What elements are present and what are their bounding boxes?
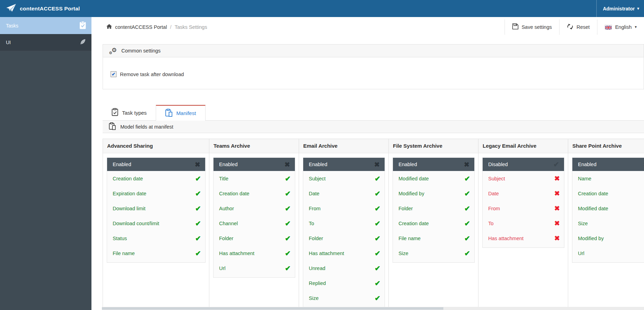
field-row-size[interactable]: Size✔ xyxy=(572,216,644,231)
field-row-url[interactable]: Url✔ xyxy=(214,261,295,276)
field-row-title[interactable]: Title✔ xyxy=(214,171,295,186)
field-row-subject[interactable]: Subject✖ xyxy=(483,171,564,186)
field-row-expiration-date[interactable]: Expiration date✔ xyxy=(107,186,205,201)
cross-icon[interactable]: ✖ xyxy=(464,161,469,168)
field-row-modified-by[interactable]: Modified by✔ xyxy=(572,231,644,246)
field-row-size[interactable]: Size✔ xyxy=(303,291,385,305)
check-icon[interactable]: ✔ xyxy=(285,234,291,243)
check-icon[interactable]: ✔ xyxy=(375,294,380,302)
field-row-replied[interactable]: Replied✔ xyxy=(303,276,385,291)
check-icon[interactable]: ✔ xyxy=(285,249,291,258)
cross-icon[interactable]: ✖ xyxy=(554,174,560,182)
field-row-date[interactable]: Date✔ xyxy=(303,186,385,201)
field-row-creation-date[interactable]: Creation date✔ xyxy=(107,171,205,186)
field-row-subject[interactable]: Subject✔ xyxy=(303,171,385,186)
check-icon[interactable]: ✔ xyxy=(195,174,201,183)
check-icon[interactable]: ✔ xyxy=(553,161,559,168)
field-row-has-attachment[interactable]: Has attachment✖ xyxy=(483,231,564,246)
field-label: Size xyxy=(578,221,588,226)
sidebar-item-tasks[interactable]: Tasks xyxy=(0,17,91,34)
state-toggle-header[interactable]: Enabled✖ xyxy=(303,158,385,171)
user-menu-administrator[interactable]: Administrator ▾ xyxy=(596,0,644,17)
breadcrumb-root-link[interactable]: contentACCESS Portal xyxy=(115,24,167,30)
check-icon[interactable]: ✔ xyxy=(195,234,201,243)
check-icon[interactable]: ✔ xyxy=(375,249,380,258)
check-icon[interactable]: ✔ xyxy=(375,264,380,272)
field-row-download-count-limit[interactable]: Download count/limit✔ xyxy=(107,216,205,231)
check-icon[interactable]: ✔ xyxy=(464,189,470,198)
field-row-from[interactable]: From✔ xyxy=(303,201,385,216)
field-row-folder[interactable]: Folder✔ xyxy=(393,201,474,216)
state-toggle-header[interactable]: Enabled✖ xyxy=(107,158,205,171)
state-toggle-header[interactable]: Enabled✖ xyxy=(572,158,644,171)
tab-label: Manifest xyxy=(176,110,196,116)
cross-icon[interactable]: ✖ xyxy=(195,161,200,168)
check-icon[interactable]: ✔ xyxy=(195,189,201,198)
remove-task-checkbox-row[interactable]: ✔ Remove task after download xyxy=(111,71,644,77)
field-row-creation-date[interactable]: Creation date✔ xyxy=(393,216,474,231)
field-row-has-attachment[interactable]: Has attachment✔ xyxy=(303,246,385,261)
field-row-folder[interactable]: Folder✔ xyxy=(214,231,295,246)
check-icon[interactable]: ✔ xyxy=(464,249,470,258)
language-selector[interactable]: English ▾ xyxy=(597,19,644,35)
field-row-author[interactable]: Author✔ xyxy=(214,201,295,216)
field-row-download-limit[interactable]: Download limit✔ xyxy=(107,201,205,216)
field-row-modified-by[interactable]: Modified by✔ xyxy=(393,186,474,201)
check-icon[interactable]: ✔ xyxy=(195,204,201,213)
check-icon[interactable]: ✔ xyxy=(375,189,380,198)
field-row-creation-date[interactable]: Creation date✔ xyxy=(214,186,295,201)
check-icon[interactable]: ✔ xyxy=(285,204,291,213)
field-row-creation-date[interactable]: Creation date✔ xyxy=(572,186,644,201)
field-row-size[interactable]: Size✔ xyxy=(393,246,474,261)
cross-icon[interactable]: ✖ xyxy=(554,234,560,242)
field-row-date[interactable]: Date✖ xyxy=(483,186,564,201)
field-row-file-name[interactable]: File name✔ xyxy=(107,246,205,261)
field-row-modified-date[interactable]: Modified date✔ xyxy=(393,171,474,186)
check-icon[interactable]: ✔ xyxy=(195,249,201,258)
field-row-has-attachment[interactable]: Has attachment✔ xyxy=(214,246,295,261)
check-icon[interactable]: ✔ xyxy=(285,219,291,228)
field-label: Modified by xyxy=(399,191,424,196)
state-toggle-header[interactable]: Disabled✔ xyxy=(483,158,564,171)
check-icon[interactable]: ✔ xyxy=(375,234,380,243)
check-icon[interactable]: ✔ xyxy=(195,219,201,228)
save-settings-button[interactable]: Save settings xyxy=(505,19,559,35)
field-row-modified-date[interactable]: Modified date✔ xyxy=(572,201,644,216)
sidebar-item-ui[interactable]: UI xyxy=(0,34,91,51)
cross-icon[interactable]: ✖ xyxy=(554,204,560,212)
cross-icon[interactable]: ✖ xyxy=(374,161,380,168)
common-settings-header: ⚙⚙ Common settings xyxy=(103,44,644,57)
check-icon[interactable]: ✔ xyxy=(375,219,380,228)
field-row-file-name[interactable]: File name✔ xyxy=(393,231,474,246)
horizontal-scrollbar-thumb[interactable] xyxy=(102,307,443,310)
check-icon[interactable]: ✔ xyxy=(375,204,380,213)
check-icon[interactable]: ✔ xyxy=(285,174,291,183)
remove-task-checkbox[interactable]: ✔ xyxy=(111,71,116,77)
field-row-name[interactable]: Name✔ xyxy=(572,171,644,186)
tab-manifest[interactable]: Manifest xyxy=(156,105,206,121)
field-row-to[interactable]: To✔ xyxy=(303,216,385,231)
check-icon[interactable]: ✔ xyxy=(464,219,470,228)
check-icon[interactable]: ✔ xyxy=(285,189,291,198)
check-icon[interactable]: ✔ xyxy=(464,234,470,243)
cross-icon[interactable]: ✖ xyxy=(554,189,560,197)
tab-task-types[interactable]: Task types xyxy=(103,105,156,120)
field-row-channel[interactable]: Channel✔ xyxy=(214,216,295,231)
state-toggle-header[interactable]: Enabled✖ xyxy=(393,158,474,171)
check-icon[interactable]: ✔ xyxy=(375,279,380,287)
field-row-status[interactable]: Status✔ xyxy=(107,231,205,246)
field-row-folder[interactable]: Folder✔ xyxy=(303,231,385,246)
check-icon[interactable]: ✔ xyxy=(375,174,380,183)
field-row-to[interactable]: To✖ xyxy=(483,216,564,231)
field-row-from[interactable]: From✖ xyxy=(483,201,564,216)
field-row-url[interactable]: Url✔ xyxy=(572,246,644,261)
field-row-unread[interactable]: Unread✔ xyxy=(303,261,385,276)
check-icon[interactable]: ✔ xyxy=(464,174,470,183)
check-icon[interactable]: ✔ xyxy=(285,264,291,272)
horizontal-scrollbar[interactable] xyxy=(102,307,644,310)
check-icon[interactable]: ✔ xyxy=(464,204,470,213)
state-toggle-header[interactable]: Enabled✖ xyxy=(214,158,295,171)
cross-icon[interactable]: ✖ xyxy=(554,219,560,227)
cross-icon[interactable]: ✖ xyxy=(284,161,290,168)
reset-button[interactable]: Reset xyxy=(559,19,597,35)
